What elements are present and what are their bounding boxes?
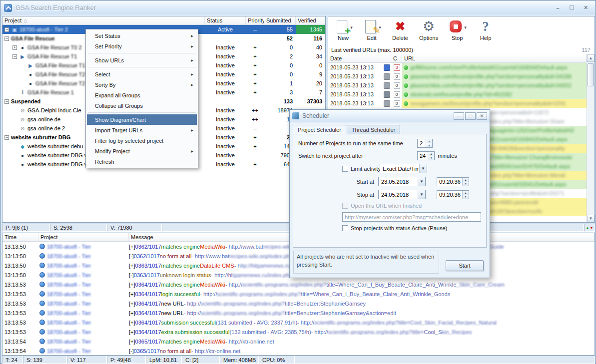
spinner-arrows-icon[interactable] <box>462 191 469 199</box>
project-status-cell: Inactive <box>205 43 246 52</box>
project-priority-cell: + <box>246 142 264 151</box>
spinner-arrows-icon[interactable] <box>428 152 434 160</box>
project-priority-cell: + <box>246 43 264 52</box>
menu-item-filter-log-by-selected-project[interactable]: Filter log by selected project <box>87 135 197 146</box>
column-header-priority[interactable]: Priority <box>246 16 264 24</box>
chevron-down-icon[interactable] <box>418 177 425 186</box>
column-header-c[interactable]: C <box>391 54 402 62</box>
tree-expander-icon[interactable]: − <box>12 54 17 59</box>
log-project-name: 18700-alusfi - Tier <box>47 272 91 278</box>
menu-item-collapse-all-groups[interactable]: Collapse all Groups <box>87 100 197 111</box>
stop-time-spinner[interactable]: 09:20:36 <box>437 190 469 199</box>
menu-item-expand-all-groups[interactable]: Expand all Groups <box>87 90 197 100</box>
column-header-status[interactable]: Status <box>205 16 246 24</box>
menu-item-modify-project[interactable]: Modify Project <box>87 146 197 156</box>
menu-item-import-target-urls[interactable]: Import Target URLs <box>87 125 197 135</box>
log-row[interactable]: 13:13:5418700-alusfi - Tier [-] 0365/101… <box>2 346 595 355</box>
spinner-arrows-icon[interactable] <box>462 178 469 186</box>
tree-expander-icon[interactable]: − <box>4 99 9 104</box>
log-row[interactable]: 13:13:5318700-alusfi - Tier [+] 0364/101… <box>2 280 595 289</box>
globe-icon <box>39 253 45 259</box>
options-button[interactable]: Options <box>417 18 441 45</box>
status-cell-v: V: 117 <box>67 356 107 364</box>
new-button[interactable]: New <box>331 18 355 45</box>
scheduler-minimize-button[interactable] <box>454 112 464 120</box>
projects-count-spinner[interactable]: 2 <box>417 139 433 148</box>
menu-item-set-priority[interactable]: Set Priority <box>87 41 197 51</box>
tree-expander-icon[interactable]: + <box>12 45 17 50</box>
site-favicon <box>384 82 390 89</box>
column-header-url[interactable]: URL <box>402 54 587 62</box>
scheduler-icon <box>292 112 299 119</box>
globe-icon <box>39 339 45 344</box>
close-button[interactable] <box>580 3 592 12</box>
log-row[interactable]: 13:13:5318700-alusfi - Tier [+] 0364/101… <box>2 308 595 318</box>
url-row[interactable]: 2018-05-23 13:130glassnichkla.com/forum/… <box>328 81 587 90</box>
project-label: GSA File Rescue T1 <box>27 53 77 59</box>
url-scrollbar[interactable] <box>587 54 595 222</box>
log-row[interactable]: 13:13:5318700-alusfi - Tier [+] 0364/101… <box>2 327 595 337</box>
column-header-submitted[interactable]: Submitted <box>264 16 296 24</box>
help-button[interactable]: Help <box>474 18 498 45</box>
stopped-project-icon: ⊘ <box>19 126 26 131</box>
edit-button[interactable]: Edit <box>360 18 384 45</box>
scroll-down-icon[interactable] <box>587 215 595 222</box>
menu-item-show-urls[interactable]: Show URLs <box>87 55 197 65</box>
url-count-cell: 0 <box>391 91 402 98</box>
log-time: 13:13:50 <box>2 272 38 278</box>
limit-mode-dropdown[interactable]: Exact Date/Time <box>380 164 427 173</box>
scrollbar-thumb[interactable] <box>588 63 594 86</box>
url-row[interactable]: 2018-05-23 13:130sbotontd.net/forum/prof… <box>328 90 587 99</box>
start-time-spinner[interactable]: 09:20:36 <box>437 177 469 186</box>
tree-expander-icon[interactable]: − <box>4 27 9 32</box>
column-header-project[interactable]: Project <box>38 233 129 241</box>
log-row[interactable]: 13:13:5318700-alusfi - Tier [+] 0364/101… <box>2 299 595 308</box>
toolbar-icon-row <box>448 18 467 36</box>
menu-item-select[interactable]: Select <box>87 69 197 79</box>
column-header-date[interactable]: Date <box>328 54 391 62</box>
minimize-button[interactable] <box>552 3 564 12</box>
menu-item-label: Select <box>95 71 110 77</box>
scroll-up-icon[interactable] <box>587 54 595 62</box>
stop-active-checkbox[interactable] <box>342 225 348 231</box>
stop-button[interactable]: Stop <box>445 18 469 45</box>
url-row[interactable]: 2018-05-23 13:133griffithsone.com/UserPr… <box>328 63 587 72</box>
maximize-button[interactable] <box>566 3 578 12</box>
verified-count-badge: 3 <box>394 64 400 71</box>
menu-item-refresh[interactable]: Refresh <box>87 156 197 167</box>
switch-after-spinner[interactable]: 24 <box>417 151 435 160</box>
tree-expander-icon[interactable]: − <box>4 36 9 41</box>
menu-item-set-status[interactable]: Set Status <box>87 30 197 41</box>
column-header-project[interactable]: Project△ <box>2 16 205 24</box>
chevron-down-icon[interactable] <box>418 190 425 199</box>
start-button[interactable]: Start <box>446 260 484 271</box>
menu-separator <box>88 112 196 113</box>
log-message-segment: 0363/1017 <box>134 272 160 278</box>
log-row[interactable]: 13:13:5318700-alusfi - Tier [+] 0364/101… <box>2 318 595 327</box>
tab-thread-scheduler[interactable]: Thread Scheduler <box>347 125 400 134</box>
stop-date-dropdown[interactable]: 24.05.2018 <box>378 190 426 199</box>
globe-icon <box>39 291 45 297</box>
scheduler-close-button[interactable] <box>477 112 487 120</box>
project-status-cell: Active <box>205 25 246 34</box>
spinner-arrows-icon[interactable] <box>426 139 432 147</box>
delete-button[interactable]: Delete <box>388 18 412 45</box>
url-row[interactable]: 2018-05-23 13:130glassnichkla.com/forum/… <box>328 72 587 81</box>
chevron-down-icon[interactable] <box>419 164 427 173</box>
column-header-time[interactable]: Time <box>2 233 38 241</box>
menu-item-show-diagram-chart[interactable]: Show Diagram/Chart <box>87 114 197 125</box>
column-header-verified[interactable]: Verified <box>296 16 325 24</box>
start-date-dropdown[interactable]: 23.05.2018 <box>378 177 426 186</box>
log-message-segment: scientific-programs.org/index.php? <box>217 291 301 297</box>
tree-expander-icon[interactable]: − <box>4 135 9 140</box>
log-row[interactable]: 13:13:5418700-alusfi - Tier [+] 0365/101… <box>2 337 595 346</box>
tab-project-scheduler[interactable]: Project Scheduler <box>293 125 346 134</box>
log-project: 18700-alusfi - Tier <box>38 301 129 307</box>
dropdown-arrow-icon[interactable] <box>464 25 467 30</box>
url-row[interactable]: 2018-05-23 13:130novagamers.net/forum/pr… <box>328 99 587 108</box>
log-project: 18700-alusfi - Tier <box>38 282 129 288</box>
limit-activity-checkbox[interactable] <box>342 166 348 172</box>
verified-urls-count: 117 <box>582 47 591 53</box>
log-row[interactable]: 13:13:5318700-alusfi - Tier [+] 0364/101… <box>2 289 595 299</box>
menu-item-sorty-by[interactable]: Sorty By <box>87 79 197 90</box>
